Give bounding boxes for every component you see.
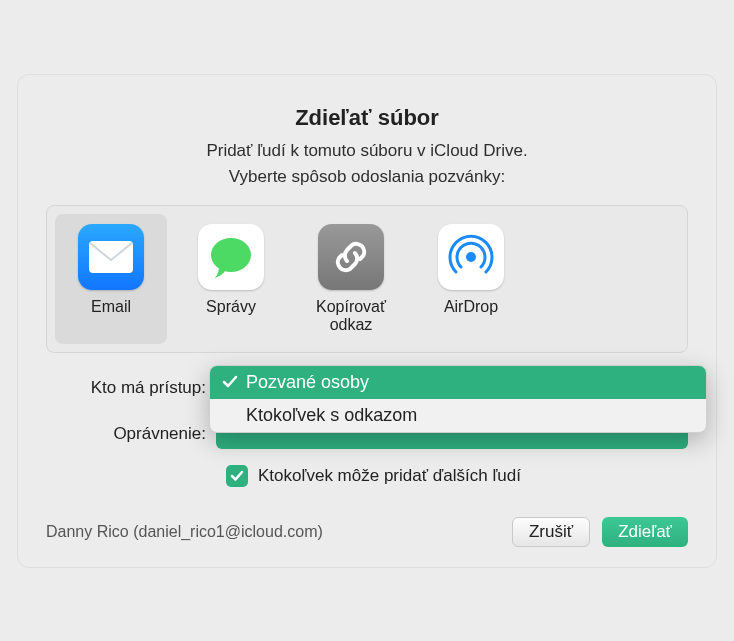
access-option-anyone-link-label: Ktokoľvek s odkazom <box>246 405 417 426</box>
current-user-info: Danny Rico (daniel_rico1@icloud.com) <box>46 523 323 541</box>
airdrop-icon <box>438 224 504 290</box>
dialog-footer: Danny Rico (daniel_rico1@icloud.com) Zru… <box>46 517 688 547</box>
svg-rect-0 <box>89 241 133 273</box>
anyone-can-add-checkbox[interactable] <box>226 465 248 487</box>
mail-icon <box>78 224 144 290</box>
dialog-title: Zdieľať súbor <box>46 105 688 131</box>
invite-method-list: Email Správy Kopírovať odkaz <box>46 205 688 353</box>
method-messages-label: Správy <box>175 298 287 336</box>
access-option-anyone-link[interactable]: Ktokoľvek s odkazom <box>210 399 706 432</box>
dialog-subtitle-2: Vyberte spôsob odoslania pozvánky: <box>46 167 688 187</box>
method-copy-link[interactable]: Kopírovať odkaz <box>295 214 407 344</box>
anyone-can-add-label: Ktokoľvek môže pridať ďalších ľudí <box>258 466 521 486</box>
access-option-invited-label: Pozvané osoby <box>246 372 369 393</box>
checkmark-icon <box>220 374 240 390</box>
svg-point-2 <box>466 252 476 262</box>
method-airdrop-label: AirDrop <box>415 298 527 336</box>
svg-point-1 <box>211 238 251 272</box>
check-icon <box>230 469 244 483</box>
share-button[interactable]: Zdieľať <box>602 517 688 547</box>
dialog-subtitle-1: Pridať ľudí k tomuto súboru v iCloud Dri… <box>46 141 688 161</box>
method-copy-link-label: Kopírovať odkaz <box>295 298 407 336</box>
form-area: Kto má prístup: Oprávnenie: Pozvané osob… <box>46 373 688 487</box>
method-email-label: Email <box>55 298 167 336</box>
access-label: Kto má prístup: <box>46 378 216 398</box>
access-dropdown-popup: Pozvané osoby Ktokoľvek s odkazom <box>209 365 707 433</box>
share-dialog: Zdieľať súbor Pridať ľudí k tomuto súbor… <box>17 74 717 568</box>
link-icon <box>318 224 384 290</box>
method-messages[interactable]: Správy <box>175 214 287 344</box>
method-email[interactable]: Email <box>55 214 167 344</box>
permission-label: Oprávnenie: <box>46 424 216 444</box>
cancel-button[interactable]: Zrušiť <box>512 517 590 547</box>
method-airdrop[interactable]: AirDrop <box>415 214 527 344</box>
messages-icon <box>198 224 264 290</box>
access-option-invited[interactable]: Pozvané osoby <box>210 366 706 399</box>
